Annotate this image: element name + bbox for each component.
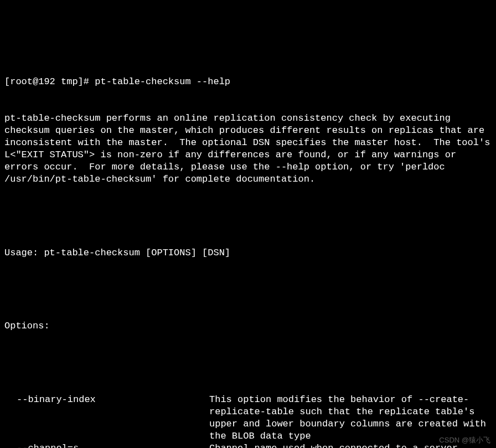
terminal-output: [root@192 tmp]# pt-table-checksum --help… — [4, 51, 492, 448]
option-row: --channel=sChannel name used when connec… — [4, 442, 492, 448]
help-description: pt-table-checksum performs an online rep… — [4, 112, 492, 186]
watermark: CSDN @猿小飞 — [439, 436, 490, 445]
options-header: Options: — [4, 320, 492, 332]
usage-line: Usage: pt-table-checksum [OPTIONS] [DSN] — [4, 247, 492, 259]
option-flag: --channel=s — [4, 442, 209, 448]
option-flag: --binary-index — [4, 394, 209, 406]
options-list: --binary-indexThis option modifies the b… — [4, 394, 492, 448]
option-row: --binary-indexThis option modifies the b… — [4, 394, 492, 442]
command-prompt: [root@192 tmp]# pt-table-checksum --help — [4, 76, 492, 88]
option-description: This option modifies the behavior of --c… — [209, 394, 492, 442]
